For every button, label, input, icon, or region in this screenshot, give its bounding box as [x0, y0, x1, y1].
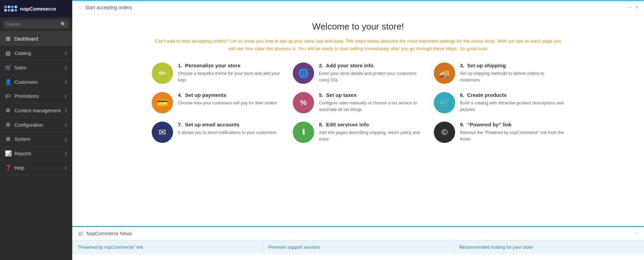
dashboard-icon: ⊞: [5, 35, 11, 42]
newspaper-icon: 📰: [78, 231, 84, 236]
customers-icon: 👤: [5, 79, 11, 85]
step-6-description: Build a catalog with attractive product …: [460, 100, 565, 113]
step-6-title: 6. Create products: [460, 92, 565, 98]
sidebar-item-help[interactable]: ❓ Help ❮: [0, 161, 72, 175]
chevron-right-icon: ❮: [64, 94, 67, 99]
step-4-content: 4. Set up payments Choose how your custo…: [178, 92, 277, 106]
welcome-panel-title: Start accepting orders: [85, 5, 132, 10]
welcome-body: Welcome to your store! Can't wait to sta…: [72, 14, 644, 153]
step-4-icon: 💳: [152, 92, 173, 113]
logo-icon: [4, 5, 17, 12]
step-3-description: Set up shipping methods to deliver order…: [460, 70, 565, 83]
configuration-icon: ⚙: [5, 122, 11, 128]
sidebar-item-reports[interactable]: 📊 Reports ❮: [0, 146, 72, 161]
sidebar-item-system[interactable]: 🖥 System ❮: [0, 132, 72, 146]
sidebar-item-label: Dashboard: [14, 36, 38, 42]
sidebar: nopCommerce 🔍 ⊞ Dashboard ▤ Catalog ❮ 🛒 …: [0, 0, 72, 260]
search-icon: 🔍: [61, 22, 66, 27]
step-9-icon: ©: [434, 122, 455, 143]
chevron-right-icon: ❮: [64, 137, 67, 142]
step-3-title: 3. Set up shipping: [460, 63, 565, 68]
sales-icon: 🛒: [5, 64, 11, 71]
chevron-right-icon: ❮: [64, 166, 67, 170]
welcome-panel: ☆ Start accepting orders − × Welcome to …: [72, 0, 644, 226]
main-content: ☆ Start accepting orders − × Welcome to …: [72, 0, 644, 260]
sidebar-item-label: Configuration: [14, 122, 43, 128]
sidebar-item-catalog[interactable]: ▤ Catalog ❮: [0, 46, 72, 60]
news-card-2[interactable]: Recommended hosting for your store: [454, 240, 644, 254]
step-1-icon: ✏: [152, 63, 173, 84]
promotions-icon: 🏷: [5, 93, 11, 99]
step-3: 🚚 3. Set up shipping Set up shipping met…: [434, 63, 565, 84]
sidebar-item-label: Reports: [14, 151, 31, 156]
sidebar-item-configuration[interactable]: ⚙ Configuration ❮: [0, 118, 72, 132]
step-8-icon: ℹ: [293, 122, 314, 143]
search-box: 🔍: [0, 17, 72, 32]
chevron-right-icon: ❮: [64, 123, 67, 127]
step-7-description: It allows you to send notifications to y…: [178, 129, 276, 136]
step-1-content: 1. Personalize your store Choose a beaut…: [178, 63, 282, 83]
search-input[interactable]: [6, 22, 61, 27]
step-8-description: Add info pages describing shipping, retu…: [319, 129, 423, 143]
chevron-right-icon: ❮: [64, 151, 67, 156]
sidebar-item-sales[interactable]: 🛒 Sales ❮: [0, 60, 72, 75]
close-button[interactable]: ×: [635, 4, 638, 11]
help-icon: ❓: [5, 165, 11, 171]
step-1: ✏ 1. Personalize your store Choose a bea…: [152, 63, 282, 84]
sidebar-item-label: Customers: [14, 79, 38, 85]
sidebar-item-label: Promotions: [14, 93, 39, 99]
step-8-title: 8. Edit services info: [319, 122, 423, 127]
news-minimize-button[interactable]: −: [635, 230, 638, 237]
step-6-content: 6. Create products Build a catalog with …: [460, 92, 565, 113]
sidebar-item-customers[interactable]: 👤 Customers ❮: [0, 75, 72, 89]
sidebar-header: nopCommerce: [0, 0, 72, 17]
minimize-button[interactable]: −: [628, 4, 631, 11]
chevron-right-icon: ❮: [64, 80, 67, 84]
sidebar-item-promotions[interactable]: 🏷 Promotions ❮: [0, 89, 72, 103]
sidebar-item-label: Content management: [14, 108, 61, 113]
news-card-0[interactable]: "Powered by nopCommerce" link: [72, 240, 263, 254]
step-5-title: 5. Set up taxes: [319, 92, 423, 98]
step-6-icon: 🛒: [434, 92, 455, 113]
step-2-description: Enter your store details and protect you…: [319, 70, 423, 83]
step-4-title: 4. Set up payments: [178, 92, 277, 98]
sidebar-item-dashboard[interactable]: ⊞ Dashboard: [0, 32, 72, 46]
step-2-content: 2. Add your store info Enter your store …: [319, 63, 423, 83]
welcome-subtitle: Can't wait to start accepting orders? Le…: [152, 37, 565, 52]
news-panel-header: 📰 NopCommerce News −: [72, 226, 644, 240]
step-7-title: 7. Set up email accounts: [178, 122, 276, 127]
step-5: % 5. Set up taxes Configure rates manual…: [293, 92, 423, 113]
news-cards: "Powered by nopCommerce" link Premium su…: [72, 240, 644, 254]
chevron-right-icon: ❮: [64, 108, 67, 113]
step-8-content: 8. Edit services info Add info pages des…: [319, 122, 423, 143]
welcome-panel-header: ☆ Start accepting orders − ×: [72, 1, 644, 14]
news-panel: 📰 NopCommerce News − "Powered by nopComm…: [72, 226, 644, 260]
news-panel-title: NopCommerce News: [86, 231, 132, 236]
step-7-icon: ✉: [152, 122, 173, 143]
nav-items: ⊞ Dashboard ▤ Catalog ❮ 🛒 Sales ❮ 👤 Cust…: [0, 32, 72, 175]
sidebar-item-label: Catalog: [14, 50, 31, 56]
step-9: © 9. “Powered by” link Remove the “Power…: [434, 122, 565, 143]
chevron-right-icon: ❮: [64, 65, 67, 70]
logo-text: nopCommerce: [20, 6, 56, 12]
sidebar-item-label: Help: [14, 165, 24, 171]
search-input-wrap[interactable]: 🔍: [3, 20, 69, 29]
steps-grid: ✏ 1. Personalize your store Choose a bea…: [152, 63, 565, 143]
step-5-description: Configure rates manually or choose a tax…: [319, 100, 423, 113]
system-icon: 🖥: [5, 136, 11, 142]
step-2-title: 2. Add your store info: [319, 63, 423, 68]
step-9-content: 9. “Powered by” link Remove the “Powered…: [460, 122, 565, 143]
step-5-icon: %: [293, 92, 314, 113]
step-8: ℹ 8. Edit services info Add info pages d…: [293, 122, 423, 143]
step-9-description: Remove the “Powered by nopCommerce” link…: [460, 129, 565, 143]
chevron-right-icon: ❮: [64, 51, 67, 55]
welcome-title: Welcome to your store!: [83, 21, 634, 32]
sidebar-item-content-management[interactable]: ⚙ Content management ❮: [0, 103, 72, 118]
step-5-content: 5. Set up taxes Configure rates manually…: [319, 92, 423, 113]
step-9-title: 9. “Powered by” link: [460, 122, 565, 127]
reports-icon: 📊: [5, 150, 11, 157]
step-4: 💳 4. Set up payments Choose how your cus…: [152, 92, 282, 113]
catalog-icon: ▤: [5, 50, 11, 56]
news-card-1[interactable]: Premium support services: [263, 240, 453, 254]
step-2: 🌐 2. Add your store info Enter your stor…: [293, 63, 423, 84]
